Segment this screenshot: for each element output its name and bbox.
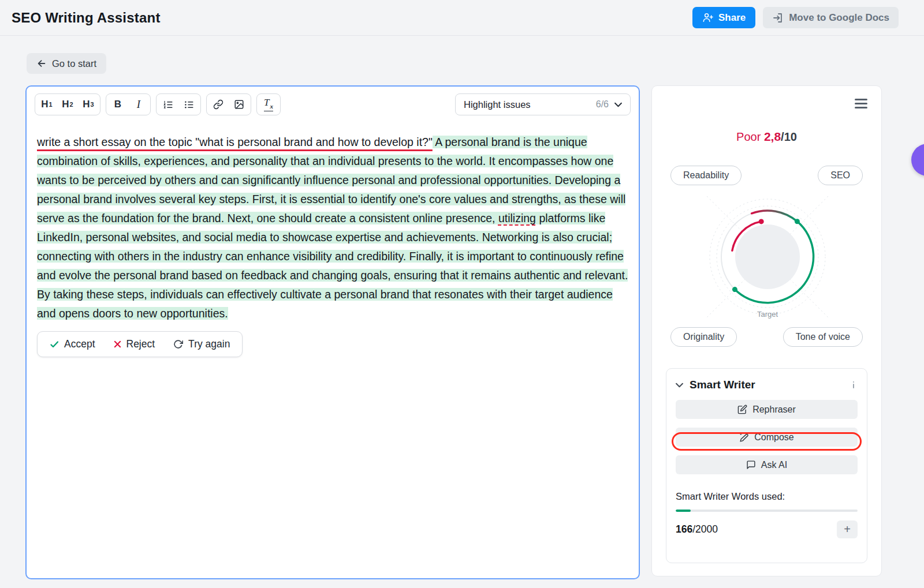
person-plus-icon <box>702 12 713 23</box>
smart-writer-title: Smart Writer <box>690 379 755 391</box>
gauge-gradient-arc <box>752 211 798 222</box>
try-again-label: Try again <box>188 338 230 350</box>
overall-score: Poor 2,8/10 <box>652 130 881 144</box>
refresh-icon <box>173 339 183 349</box>
editor-text[interactable]: write a short essay on the topic "what i… <box>27 121 639 323</box>
editor-card: H1 H2 H3 B I <box>25 85 640 579</box>
score-rating: Poor <box>736 130 761 143</box>
gauge-dot-red <box>759 219 764 224</box>
image-icon <box>234 99 244 110</box>
smart-writer-header[interactable]: Smart Writer <box>676 379 858 391</box>
clear-formatting-button[interactable]: Tx <box>258 95 279 114</box>
add-words-button[interactable]: + <box>837 520 858 538</box>
ai-suggestion-action-bar: Accept Reject Try again <box>37 331 243 357</box>
score-outof: /10 <box>781 130 797 143</box>
try-again-button[interactable]: Try again <box>166 335 237 354</box>
page-title: SEO Writing Assistant <box>12 10 161 26</box>
x-icon <box>114 340 121 348</box>
bullet-list-icon <box>184 99 195 110</box>
bullet-list-button[interactable] <box>178 95 199 114</box>
image-button[interactable] <box>229 95 249 114</box>
compose-pencil-icon <box>739 432 749 442</box>
score-gauge: Target <box>698 188 837 326</box>
highlight-issues-count: 6/6 <box>596 99 609 110</box>
words-counter-row: 166 /2000 + <box>676 520 858 538</box>
floating-assistant-button[interactable] <box>911 144 924 176</box>
highlight-issues-dropdown[interactable]: Highlight issues 6/6 <box>455 93 631 115</box>
score-pills-top: Readability SEO <box>670 166 863 185</box>
readability-pill[interactable]: Readability <box>670 166 742 185</box>
chat-bubble-icon <box>746 460 756 470</box>
move-to-google-docs-button[interactable]: Move to Google Docs <box>763 7 899 28</box>
insert-button-group <box>206 93 251 115</box>
heading-button-group: H1 H2 H3 <box>35 93 100 115</box>
chevron-down-icon <box>614 102 622 107</box>
editor-segment-highlight: platforms like LinkedIn, personal websit… <box>37 212 628 320</box>
compose-label: Compose <box>754 432 793 443</box>
gauge-dot-green-top <box>795 219 800 224</box>
highlight-issues-label: Highlight issues <box>464 99 531 110</box>
share-button-label: Share <box>718 12 746 24</box>
compose-wrapper: Compose <box>676 428 858 447</box>
reject-button[interactable]: Reject <box>106 335 163 354</box>
link-button[interactable] <box>208 95 229 114</box>
italic-button[interactable]: I <box>128 95 149 114</box>
editor-segment-prompt: write a short essay on the topic "what i… <box>37 136 433 148</box>
format-button-group: B I <box>106 93 151 115</box>
go-to-start-label: Go to start <box>52 58 96 69</box>
words-total-value: /2000 <box>692 523 718 535</box>
share-button[interactable]: Share <box>692 7 755 28</box>
accept-button[interactable]: Accept <box>42 335 103 354</box>
clear-format-group: Tx <box>256 93 281 115</box>
editor-segment-highlight: A personal brand is the unique combinati… <box>37 136 625 224</box>
ordered-list-icon <box>163 99 174 110</box>
menu-icon[interactable] <box>855 99 867 108</box>
words-progress-fill <box>676 510 691 512</box>
rephraser-label: Rephraser <box>752 405 796 415</box>
link-icon <box>213 99 223 110</box>
heading1-button[interactable]: H1 <box>36 95 57 114</box>
score-value: 2,8 <box>764 130 781 143</box>
seo-pill[interactable]: SEO <box>818 166 863 185</box>
words-used-value: 166 <box>676 523 692 535</box>
ordered-list-button[interactable] <box>158 95 178 114</box>
bold-button[interactable]: B <box>107 95 128 114</box>
gauge-disc <box>735 224 800 289</box>
editor-segment-issue: utilizing <box>498 212 536 224</box>
compose-button[interactable]: Compose <box>676 428 858 447</box>
header-actions: Share Move to Google Docs <box>692 7 899 28</box>
smart-writer-card: Smart Writer Rephraser <box>666 368 867 563</box>
accept-label: Accept <box>64 338 95 350</box>
app-header: SEO Writing Assistant Share Move to Goog <box>0 0 924 36</box>
info-icon[interactable] <box>850 380 858 389</box>
arrow-left-icon <box>36 58 47 69</box>
edit-icon <box>737 405 747 414</box>
gauge-dot-green-bottom <box>732 287 737 292</box>
gauge-target-label: Target <box>757 310 778 319</box>
rephraser-button[interactable]: Rephraser <box>676 400 858 419</box>
list-button-group <box>156 93 201 115</box>
tone-of-voice-pill[interactable]: Tone of voice <box>783 327 863 347</box>
chevron-down-icon <box>676 383 683 388</box>
export-doc-icon <box>772 12 784 24</box>
ask-ai-label: Ask AI <box>761 460 787 470</box>
words-progress-bar <box>676 510 858 512</box>
heading3-button[interactable]: H3 <box>78 95 99 114</box>
originality-pill[interactable]: Originality <box>670 327 737 347</box>
check-icon <box>50 340 59 349</box>
heading2-button[interactable]: H2 <box>57 95 78 114</box>
score-sidebar: Poor 2,8/10 Readability SEO <box>651 85 882 576</box>
reject-label: Reject <box>126 338 155 350</box>
clear-formatting-icon: Tx <box>264 98 273 111</box>
editor-toolbar: H1 H2 H3 B I <box>27 87 639 121</box>
score-pills-bottom: Originality Tone of voice <box>670 327 863 347</box>
go-to-start-button[interactable]: Go to start <box>27 53 106 74</box>
ask-ai-button[interactable]: Ask AI <box>676 455 858 474</box>
words-used-label: Smart Writer Words used: <box>676 491 858 502</box>
move-to-google-docs-label: Move to Google Docs <box>789 12 889 24</box>
